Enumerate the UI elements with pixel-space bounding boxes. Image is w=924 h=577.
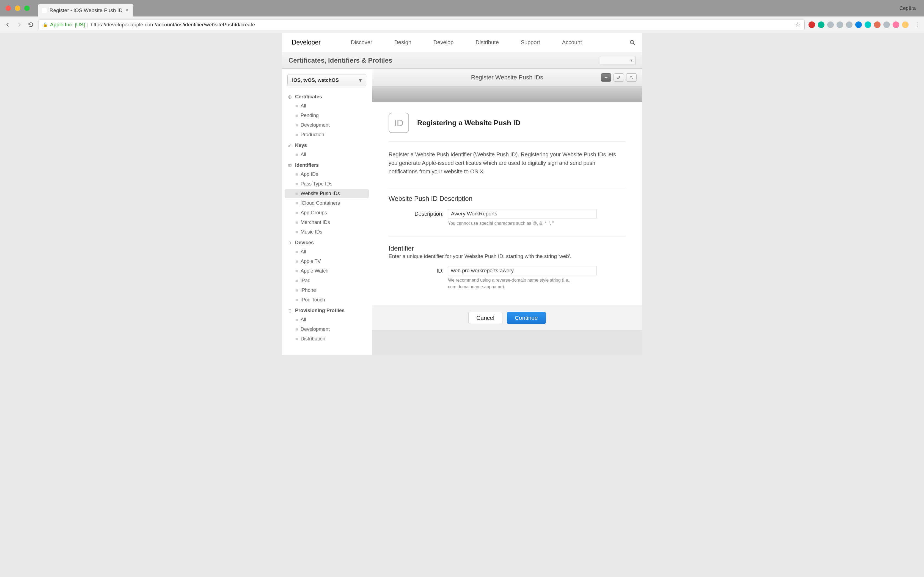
- add-button[interactable]: [601, 73, 611, 82]
- platform-selector[interactable]: iOS, tvOS, watchOS ▾: [288, 74, 366, 86]
- sidebar-item-all[interactable]: All: [284, 247, 369, 256]
- bullet-icon: [296, 105, 298, 107]
- bullet-icon: [296, 338, 298, 340]
- group-icon: [288, 308, 292, 313]
- tab-close-icon[interactable]: ×: [125, 7, 129, 13]
- group-icon: [288, 163, 292, 168]
- sidebar-item-production[interactable]: Production: [284, 130, 369, 139]
- sidebar-item-all[interactable]: All: [284, 315, 369, 324]
- extension-icon-0[interactable]: [809, 21, 815, 28]
- section-description: Website Push ID Description Description:…: [389, 187, 626, 237]
- sidebar-item-app-ids[interactable]: App IDs: [284, 170, 369, 179]
- sidebar-item-iphone[interactable]: iPhone: [284, 286, 369, 295]
- section-header: Certificates, Identifiers & Profiles ▾: [282, 52, 642, 69]
- sidebar-item-pending[interactable]: Pending: [284, 111, 369, 120]
- description-label: Description:: [389, 209, 444, 217]
- developer-brand[interactable]: Developer: [292, 39, 321, 46]
- bullet-icon: [296, 289, 298, 292]
- sidebar-item-ipad[interactable]: iPad: [284, 276, 369, 285]
- extension-icon-5[interactable]: [855, 21, 862, 28]
- extension-icon-1[interactable]: [818, 21, 824, 28]
- extension-icon-4[interactable]: [846, 21, 853, 28]
- bullet-icon: [296, 134, 298, 136]
- bullet-icon: [296, 251, 298, 253]
- footer-bar: Cancel Continue: [372, 306, 642, 330]
- chevron-down-icon: ▾: [359, 77, 362, 83]
- url-field[interactable]: 🔒 Apple Inc. [US] | https://developer.ap…: [39, 19, 804, 30]
- description-input[interactable]: [448, 209, 596, 218]
- forward-button[interactable]: [15, 21, 23, 29]
- sidebar-item-ipod-touch[interactable]: iPod Touch: [284, 295, 369, 305]
- address-bar: 🔒 Apple Inc. [US] | https://developer.ap…: [0, 16, 924, 33]
- lock-icon: 🔒: [43, 22, 48, 27]
- maximize-window-button[interactable]: [24, 5, 30, 11]
- identifier-input[interactable]: [448, 266, 596, 275]
- subheader-band: [372, 86, 642, 102]
- sidebar-item-all[interactable]: All: [284, 102, 369, 110]
- extension-icon-7[interactable]: [874, 21, 880, 28]
- extension-icon-6[interactable]: [864, 21, 871, 28]
- sidebar-item-apple-watch[interactable]: Apple Watch: [284, 266, 369, 276]
- sidebar-item-distribution[interactable]: Distribution: [284, 334, 369, 343]
- continue-button[interactable]: Continue: [507, 312, 546, 324]
- search-icon[interactable]: [630, 40, 635, 46]
- reload-button[interactable]: [27, 21, 35, 29]
- team-account-dropdown[interactable]: ▾: [600, 56, 635, 65]
- extension-icon-10[interactable]: [902, 21, 909, 28]
- bullet-icon: [296, 183, 298, 185]
- extension-icon-2[interactable]: [827, 21, 834, 28]
- bookmark-star-icon[interactable]: ☆: [795, 21, 801, 28]
- sidebar-item-development[interactable]: Development: [284, 325, 369, 334]
- bullet-icon: [296, 173, 298, 176]
- window-controls: [5, 5, 30, 11]
- nav-link-distribute[interactable]: Distribute: [475, 39, 499, 46]
- sidebar-item-merchant-ids[interactable]: Merchant IDs: [284, 218, 369, 227]
- close-window-button[interactable]: [5, 5, 11, 11]
- svg-point-1: [289, 95, 291, 98]
- sidebar-group-keys[interactable]: Keys: [282, 140, 372, 150]
- sidebar-item-app-groups[interactable]: App Groups: [284, 208, 369, 218]
- nav-link-design[interactable]: Design: [394, 39, 411, 46]
- extension-icon-3[interactable]: [837, 21, 843, 28]
- nav-link-account[interactable]: Account: [562, 39, 582, 46]
- viewport[interactable]: Developer DiscoverDesignDevelopDistribut…: [0, 33, 924, 577]
- id-badge-icon: ID: [389, 113, 409, 133]
- browser-tab[interactable]: Register - iOS Website Push ID ×: [38, 4, 133, 16]
- nav-links: DiscoverDesignDevelopDistributeSupportAc…: [351, 39, 582, 46]
- favicon: [42, 8, 47, 13]
- sidebar-item-all[interactable]: All: [284, 150, 369, 159]
- two-column-layout: iOS, tvOS, watchOS ▾ CertificatesAllPend…: [282, 69, 642, 355]
- sidebar-item-apple-tv[interactable]: Apple TV: [284, 257, 369, 266]
- sidebar-item-pass-type-ids[interactable]: Pass Type IDs: [284, 179, 369, 189]
- bullet-icon: [296, 193, 298, 195]
- section-title: Certificates, Identifiers & Profiles: [289, 56, 392, 64]
- nav-link-develop[interactable]: Develop: [433, 39, 454, 46]
- main-actions: [601, 73, 636, 82]
- extension-icon-9[interactable]: [893, 21, 899, 28]
- apple-global-nav: Developer DiscoverDesignDevelopDistribut…: [282, 33, 642, 52]
- back-button[interactable]: [4, 21, 11, 29]
- sidebar-group-provisioning-profiles[interactable]: Provisioning Profiles: [282, 305, 372, 314]
- minimize-window-button[interactable]: [15, 5, 20, 11]
- edit-button[interactable]: [614, 73, 624, 82]
- nav-link-support[interactable]: Support: [521, 39, 540, 46]
- sidebar-group-certificates[interactable]: Certificates: [282, 91, 372, 101]
- identifier-row: ID: We recommend using a reverse-domain …: [389, 266, 626, 290]
- sidebar-group-devices[interactable]: Devices: [282, 237, 372, 247]
- nav-link-discover[interactable]: Discover: [351, 39, 372, 46]
- bullet-icon: [296, 212, 298, 214]
- sidebar-item-music-ids[interactable]: Music IDs: [284, 227, 369, 237]
- sidebar-item-development[interactable]: Development: [284, 121, 369, 130]
- sidebar-group-identifiers[interactable]: Identifiers: [282, 160, 372, 169]
- bullet-icon: [296, 319, 298, 321]
- intro-text: Register a Website Push Identifier (Webs…: [389, 142, 626, 187]
- group-icon: [288, 143, 292, 148]
- extension-icon-8[interactable]: [883, 21, 890, 28]
- search-button[interactable]: [626, 73, 636, 82]
- browser-menu-button[interactable]: ⋮: [914, 21, 920, 28]
- cancel-button[interactable]: Cancel: [468, 312, 502, 324]
- section-identifier-title: Identifier: [389, 245, 626, 252]
- browser-profile[interactable]: Серёга: [900, 5, 916, 11]
- sidebar-item-icloud-containers[interactable]: iCloud Containers: [284, 199, 369, 208]
- sidebar-item-website-push-ids[interactable]: Website Push IDs: [284, 189, 369, 198]
